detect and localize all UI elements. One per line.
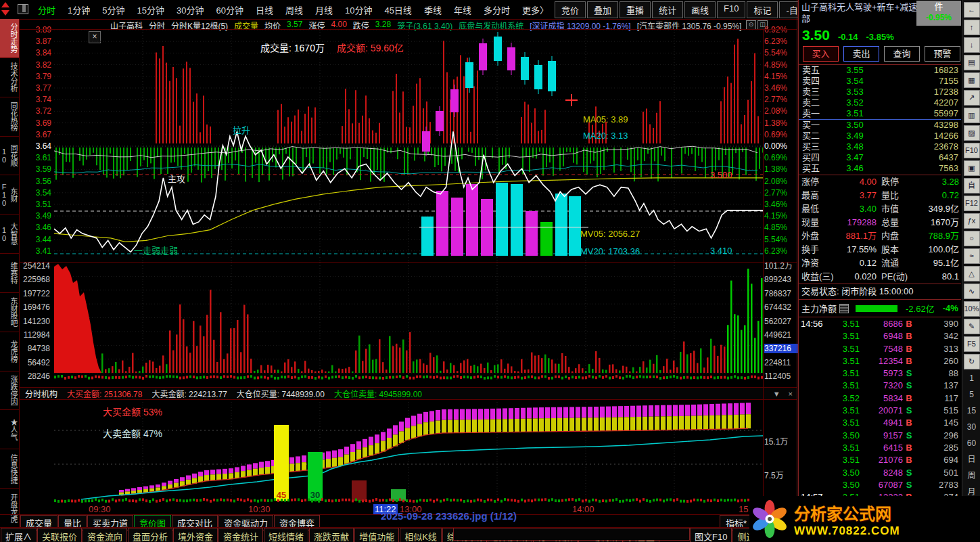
order-book-row[interactable]: 买一3.5043298 [799,120,961,131]
trade-row[interactable]: 3.525834B117 [799,392,961,405]
toolbar-period-1[interactable]: 1 [964,371,979,386]
button-买入[interactable]: 买入 [803,46,839,62]
trade-row[interactable]: 3.5112354B260 [799,355,961,367]
order-book-row[interactable]: 卖三3.5317238 [799,87,961,97]
tab-图文F10[interactable]: 图文F10 [690,528,732,542]
menubar-tool[interactable]: 画线 [684,1,716,18]
toolbar-icon-F12[interactable]: F12 [964,196,980,211]
trade-row[interactable]: 3.5120071S515 [799,405,961,417]
toolbar-icon-←[interactable]: ← [964,2,980,18]
menubar-period[interactable]: 45日线 [379,1,417,18]
toolbar-icon-≈[interactable]: ≈ [964,248,980,264]
menubar-tool[interactable]: 统计 [652,1,683,18]
menubar-tool[interactable]: F10 [717,1,745,18]
toolbar-period-15[interactable]: 15 [964,404,979,418]
sidebar-item[interactable]: 涨跌停因 [0,371,19,411]
sidebar-item[interactable]: 同花顺10 [0,137,19,176]
toolbar-icon-↓[interactable]: ↓ [964,37,980,53]
toolbar-icon-▣[interactable]: ▣ [964,160,980,176]
toolbar-icon-ƒx[interactable]: ƒx [964,213,980,229]
sidebar-item[interactable]: 同花热榜 [0,97,19,137]
sidebar-item[interactable]: 技术分析 [0,58,19,97]
tab-资金统计[interactable]: 资金统计 [218,528,263,542]
sidebar-item[interactable]: ★人气 [0,410,19,449]
toolbar-period-周[interactable]: 周 [964,469,979,483]
menubar-period[interactable]: 周线 [280,1,308,18]
toolbar-icon-F5[interactable]: F5 [964,336,980,352]
order-book-row[interactable]: 卖四3.547155 [799,76,961,87]
toolbar-icon-自[interactable]: 自 [964,178,980,194]
toolbar-icon-∿[interactable]: ∿ [964,284,980,299]
menubar-period[interactable]: 更多〉 [517,1,554,18]
header-pin-icon[interactable]: ⊙ [746,20,756,30]
menubar-period[interactable]: 10分钟 [340,1,377,18]
menubar-period[interactable]: 15分钟 [131,1,169,18]
sidebar-item[interactable]: 大智慧10 [0,214,19,254]
trade-row[interactable]: 3.5067087S2783 [799,479,961,491]
button-卖出[interactable]: 卖出 [843,46,879,62]
toolbar-icon-△[interactable]: △ [964,266,980,281]
tab-盘面分析[interactable]: 盘面分析 [128,528,172,542]
toolbar-icon-▤[interactable]: ▤ [964,55,980,70]
tab-短线情绪[interactable]: 短线情绪 [264,528,308,542]
toolbar-icon-F10[interactable]: F10 [964,143,980,158]
menubar-period[interactable]: 年线 [448,1,477,18]
trade-row[interactable]: 3.516415B285 [799,442,961,454]
window-split-icon[interactable] [18,4,28,14]
menubar-tool[interactable]: 竞价 [555,1,586,18]
trade-row[interactable]: 3.514941B145 [799,417,961,429]
scroll-arrows-icon[interactable] [1,2,11,17]
toolbar-icon-✎[interactable]: ✎ [964,319,980,334]
order-book-row[interactable]: 买四3.476437 [799,152,961,163]
menubar-period[interactable]: 季线 [419,1,447,18]
tab-关联报价[interactable]: 关联报价 [37,528,82,542]
sub-close-icon[interactable]: × [789,390,793,398]
tab-扩展∧[interactable]: 扩展∧ [1,528,37,542]
volume-panel-chart[interactable] [54,263,763,381]
tab-境外资金[interactable]: 境外资金 [173,528,218,542]
toolbar-icon-10%[interactable]: 10% [964,301,980,317]
toolbar-period-60[interactable]: 60 [964,436,979,451]
menubar-period[interactable]: 5分钟 [97,1,130,18]
menubar-tool[interactable]: 叠加 [587,1,618,18]
trade-row[interactable]: 3.516948B342 [799,330,961,342]
sidebar-item[interactable]: 东财股吧 [0,293,19,332]
menubar-period[interactable]: 分时 [32,1,61,18]
order-book-row[interactable]: 买二3.4914266 [799,131,961,141]
toolbar-icon-↻[interactable]: ↻ [964,354,980,369]
menubar-tool[interactable]: 重播 [620,1,651,18]
toolbar-period-30[interactable]: 30 [964,420,979,434]
toolbar-icon-▦[interactable]: ▦ [964,72,980,88]
tab-增值功能[interactable]: 增值功能 [354,528,399,542]
sidebar-item[interactable]: 维赛特 [0,254,19,293]
scroll-down-icon[interactable] [1,10,9,16]
sidebar-item[interactable]: 东财F10 [0,175,19,214]
sidebar-item[interactable]: 分时走势 [0,19,19,58]
toolbar-icon-○[interactable]: ○ [964,231,980,246]
doc-icon[interactable] [839,304,849,313]
trade-row[interactable]: 3.508248S501 [799,467,961,479]
order-book-row[interactable]: 买五3.467563 [799,163,961,174]
menubar-period[interactable]: 日线 [250,1,279,18]
trade-row[interactable]: 3.517548B313 [799,343,961,355]
sidebar-item[interactable]: 开盘龙虎 [0,489,19,528]
sidebar-item[interactable]: 信息快捷 [0,449,19,489]
order-book-row[interactable]: 卖二3.5242207 [799,97,961,108]
menubar-period[interactable]: 1分钟 [62,1,95,18]
toolbar-icon-↑[interactable]: ↑ [964,20,980,35]
menubar-period[interactable]: 60分钟 [210,1,248,18]
sidebar-item[interactable]: 龙虎榜 [0,332,19,371]
toolbar-icon-▥[interactable]: ▥ [964,108,980,123]
toolbar-period-5[interactable]: 5 [964,388,979,402]
button-查询[interactable]: 查询 [884,46,920,62]
toolbar-icon-↗[interactable]: ↗ [964,90,980,106]
menubar-period[interactable]: 月线 [310,1,338,18]
order-book-row[interactable]: 买三3.4823678 [799,141,961,152]
trade-row[interactable]: 3.515973S88 [799,367,961,380]
trade-row[interactable]: 3.509157S296 [799,430,961,442]
menubar-tool[interactable]: 标记 [747,1,778,18]
tab-资金流向[interactable]: 资金流向 [83,528,127,542]
toolbar-period-日[interactable]: 日 [964,453,979,467]
menubar-period[interactable]: 多分时 [478,1,515,18]
trade-row[interactable]: 3.517320S137 [799,380,961,392]
